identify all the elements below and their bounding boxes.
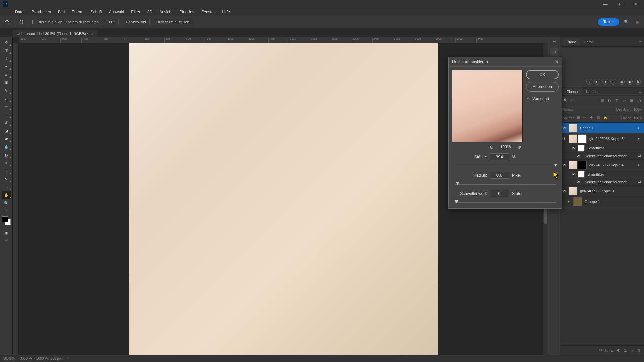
zoom-100-button[interactable]: 100% (102, 19, 119, 25)
marquee-tool[interactable]: ◫ (2, 47, 11, 54)
lasso-tool[interactable]: ⌇ (2, 55, 11, 62)
preview-checkbox[interactable]: Vorschau (526, 96, 559, 101)
layer-mask-thumbnail[interactable] (578, 134, 587, 143)
dodge-tool[interactable]: ◐ (2, 151, 11, 159)
fill-screen-button[interactable]: Bildschirm ausfüllen (153, 19, 193, 25)
visibility-toggle[interactable]: 👁 (575, 180, 582, 184)
tab-pfade[interactable]: Pfade (563, 39, 580, 45)
layer-name[interactable]: girl-2406963 Kopie 3 (577, 189, 643, 193)
layer-fx-icon[interactable]: fx (605, 348, 608, 352)
filter-toggle[interactable]: ⏻ (636, 98, 642, 104)
filter-options-icon[interactable]: ⇄ (638, 180, 643, 184)
layer-row[interactable]: 👁 girl-2406963 Kopie 4 ▸ (560, 160, 644, 170)
filter-entry-row[interactable]: 👁 Selektiver Scharfzeichner ⇄ (560, 178, 644, 186)
strength-input[interactable] (490, 153, 509, 160)
opacity-value[interactable]: 100% (633, 108, 642, 111)
tab-kanaele[interactable]: Kanäle (583, 88, 601, 95)
filter-smart-icon[interactable]: ▣ (629, 98, 635, 104)
menu-edit[interactable]: Bearbeiten (29, 9, 54, 15)
gradient-tool[interactable]: ▰ (2, 135, 11, 142)
new-group-icon[interactable]: 🗀 (624, 348, 627, 352)
hand-tool[interactable]: ✋ (2, 191, 11, 199)
lock-all-icon[interactable]: 🔒 (603, 116, 609, 121)
ok-button[interactable]: OK (526, 70, 559, 79)
close-tab-icon[interactable]: × (91, 32, 93, 36)
stamp-tool[interactable]: ⛶ (2, 111, 11, 118)
filter-mask-thumbnail[interactable] (578, 171, 585, 178)
layer-thumbnail[interactable] (569, 124, 577, 132)
search-icon[interactable]: 🔍 (562, 98, 569, 104)
delete-layer-icon[interactable]: 🗑 (637, 348, 641, 352)
menu-file[interactable]: Datei (12, 9, 28, 15)
home-button[interactable] (3, 18, 11, 26)
menu-filter[interactable]: Filter (128, 9, 143, 15)
eyedropper-tool[interactable]: ✎ (2, 87, 11, 94)
close-window-button[interactable]: ✕ (629, 0, 644, 8)
lock-trans-icon[interactable]: ▦ (577, 116, 582, 121)
search-icon[interactable]: 🔍 (623, 18, 630, 26)
adjust-icon[interactable]: ▣ (627, 79, 633, 85)
panel-menu-icon[interactable]: ≡ (636, 39, 644, 45)
dialog-preview[interactable] (452, 70, 523, 142)
layer-collapse-icon[interactable]: ▸ (638, 136, 643, 141)
menu-window[interactable]: Fenster (198, 9, 218, 15)
share-button[interactable]: Teilen (598, 18, 619, 26)
pen-tool[interactable]: ✒ (2, 159, 11, 167)
layer-row[interactable]: 👁 Ebene 1 ▸ (560, 123, 644, 133)
radius-slider[interactable] (455, 182, 556, 187)
strength-slider[interactable] (455, 164, 556, 168)
menu-help[interactable]: Hilfe (219, 9, 233, 15)
tab-farbe[interactable]: Farbe (581, 39, 597, 45)
minimize-button[interactable]: — (598, 0, 613, 8)
fill-value[interactable]: 100% (633, 116, 642, 120)
adjust-icon[interactable]: ○ (586, 79, 592, 85)
doc-dimensions[interactable]: 3000 Px × 5000 Px (300 ppi) (20, 357, 63, 360)
layer-thumbnail[interactable] (569, 161, 577, 169)
layer-name[interactable]: girl-2406963 Kopie 4 (587, 163, 638, 167)
layer-thumbnail[interactable] (569, 134, 577, 143)
adjust-icon[interactable]: ◇ (610, 79, 616, 85)
layer-name[interactable]: Ebene 1 (577, 126, 638, 130)
move-tool[interactable]: ✥ (2, 39, 11, 46)
healing-tool[interactable]: ⊕ (2, 95, 11, 102)
lock-nest-icon[interactable]: ▤ (597, 116, 602, 121)
filter-name[interactable]: Selektiver Scharfzeichner (582, 180, 638, 184)
blend-mode-select[interactable]: Normal (562, 108, 614, 111)
hand-tool-icon[interactable] (18, 18, 25, 26)
menu-image[interactable]: Bild (55, 9, 68, 15)
radius-input[interactable] (490, 172, 509, 179)
fit-screen-button[interactable]: Ganzes Bild (122, 19, 149, 25)
filter-name[interactable]: Selektiver Scharfzeichner (582, 154, 638, 158)
frame-tool[interactable]: ▣ (2, 79, 11, 86)
cancel-button[interactable]: Abbrechen (526, 82, 559, 92)
workspace-icon[interactable]: ▦ (633, 18, 641, 26)
menu-plugins[interactable]: Plug-ins (177, 9, 197, 15)
maximize-button[interactable]: ▢ (613, 0, 629, 8)
color-swatches[interactable] (2, 216, 11, 225)
type-tool[interactable]: T (2, 167, 11, 175)
scroll-all-windows-checkbox[interactable]: Bildlauf in allen Fenstern durchführen (32, 20, 99, 24)
link-layers-icon[interactable]: ⚯ (599, 348, 602, 352)
screenmode-toggle[interactable]: ▭ (2, 236, 11, 242)
smartfilter-row[interactable]: 👁 Smartfilter (560, 170, 644, 178)
visibility-toggle[interactable]: 👁 (575, 154, 582, 158)
layer-search-input[interactable] (570, 99, 583, 103)
menu-3d[interactable]: 3D (144, 9, 155, 15)
crop-tool[interactable]: ⧈ (2, 71, 11, 78)
filter-adjust-icon[interactable]: ◐ (606, 98, 612, 104)
adjust-icon[interactable]: ◆ (602, 79, 608, 85)
dialog-close-icon[interactable]: ✕ (555, 59, 559, 65)
menu-view[interactable]: Ansicht (156, 9, 175, 15)
filter-entry-row[interactable]: 👁 Selektiver Scharfzeichner ⇄ (560, 152, 644, 160)
new-layer-icon[interactable]: ⊞ (631, 348, 634, 352)
layer-collapse-icon[interactable]: ▸ (638, 163, 643, 167)
path-select-tool[interactable]: ↖ (2, 175, 11, 183)
lock-pixels-icon[interactable]: ✏ (583, 116, 589, 121)
layers-menu-icon[interactable]: ≡ (636, 88, 644, 95)
filter-pixel-icon[interactable]: ▦ (599, 98, 605, 104)
blur-tool[interactable]: 💧 (2, 143, 11, 150)
eraser-tool[interactable]: ◪ (2, 127, 11, 134)
zoom-status[interactable]: 30,46% (3, 357, 15, 360)
group-expand-icon[interactable]: ▸ (568, 199, 573, 204)
history-brush-tool[interactable]: ↺ (2, 119, 11, 126)
